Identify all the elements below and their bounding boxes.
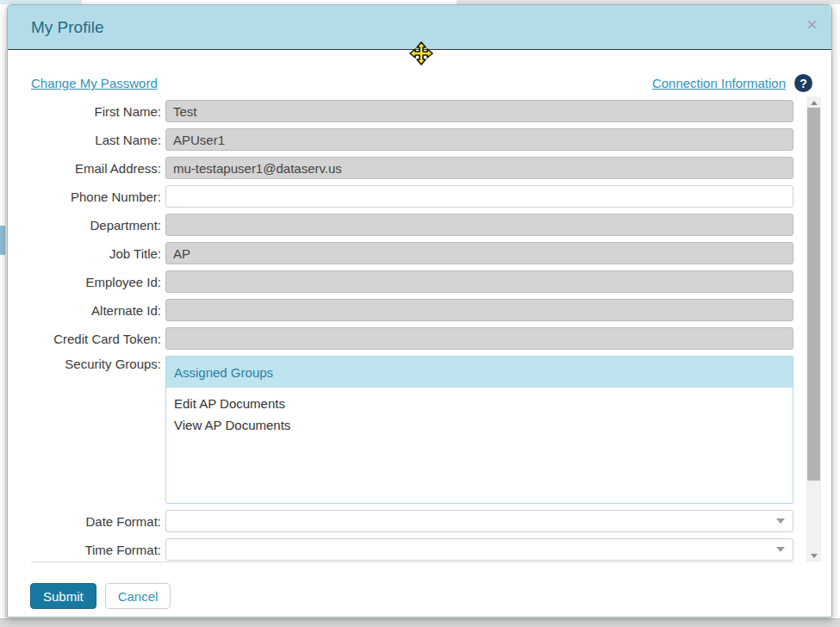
background-left-fragment xyxy=(0,226,5,255)
background-left-border xyxy=(5,49,6,618)
dialog-footer: Submit Cancel xyxy=(8,564,831,618)
dialog-header[interactable]: My Profile × xyxy=(8,5,831,50)
list-item[interactable]: Edit AP Documents xyxy=(166,393,793,414)
form-row-last-name: Last Name: xyxy=(31,128,793,151)
employee-id-input xyxy=(165,270,793,293)
last-name-label: Last Name: xyxy=(31,132,161,147)
department-label: Department: xyxy=(31,217,161,233)
job-title-input xyxy=(165,242,793,264)
scroll-up-arrow-icon[interactable] xyxy=(806,96,821,109)
time-format-select[interactable] xyxy=(165,538,793,561)
form-row-security-groups: Security Groups: Assigned Groups Edit AP… xyxy=(31,356,793,504)
help-icon[interactable]: ? xyxy=(794,74,812,92)
time-format-label: Time Format: xyxy=(31,542,161,557)
date-format-label: Date Format: xyxy=(31,513,161,529)
job-title-label: Job Title: xyxy=(31,245,161,261)
alternate-id-input xyxy=(165,299,793,321)
credit-card-token-input xyxy=(165,327,793,350)
form-row-job-title: Job Title: xyxy=(31,242,793,264)
department-input xyxy=(165,214,793,236)
phone-label: Phone Number: xyxy=(31,189,161,204)
submit-button[interactable]: Submit xyxy=(30,583,96,609)
email-input xyxy=(165,157,793,179)
links-right-group: Connection Information ? xyxy=(652,74,812,92)
chevron-down-icon xyxy=(776,547,785,552)
form-row-first-name: First Name: xyxy=(31,100,793,122)
chevron-down-icon xyxy=(776,518,785,524)
change-password-link[interactable]: Change My Password xyxy=(31,76,158,90)
form-row-email: Email Address: xyxy=(31,157,793,179)
form-row-alternate-id: Alternate Id: xyxy=(31,299,793,321)
email-label: Email Address: xyxy=(31,160,161,176)
credit-card-token-label: Credit Card Token: xyxy=(31,331,161,346)
form-row-department: Department: xyxy=(31,214,793,236)
form-row-date-format: Date Format: xyxy=(31,510,793,532)
profile-form: First Name: Last Name: Email Address: Ph… xyxy=(31,100,793,562)
form-scrollbar[interactable] xyxy=(806,96,821,562)
first-name-input xyxy=(165,100,793,122)
last-name-input xyxy=(165,128,793,151)
connection-information-link[interactable]: Connection Information xyxy=(652,76,786,90)
list-item[interactable]: View AP Documents xyxy=(166,414,793,436)
cancel-button[interactable]: Cancel xyxy=(105,583,171,609)
security-groups-listbox[interactable]: Assigned Groups Edit AP Documents View A… xyxy=(165,356,793,504)
phone-input[interactable] xyxy=(165,185,793,208)
first-name-label: First Name: xyxy=(31,103,161,119)
scrollbar-thumb[interactable] xyxy=(807,108,820,481)
dialog-body: Change My Password Connection Informatio… xyxy=(8,50,831,618)
form-row-time-format: Time Format: xyxy=(31,538,793,561)
assigned-groups-list: Edit AP Documents View AP Documents xyxy=(166,388,793,436)
form-row-employee-id: Employee Id: xyxy=(31,270,793,293)
form-row-phone: Phone Number: xyxy=(31,185,793,208)
close-icon[interactable]: × xyxy=(806,16,818,34)
my-profile-dialog: My Profile × Change My Password Connecti… xyxy=(7,4,832,618)
assigned-groups-header: Assigned Groups xyxy=(166,357,793,388)
date-format-select[interactable] xyxy=(165,510,793,532)
background-bottom-strip xyxy=(0,618,840,627)
alternate-id-label: Alternate Id: xyxy=(31,302,161,318)
scroll-down-arrow-icon[interactable] xyxy=(806,549,821,562)
security-groups-label: Security Groups: xyxy=(31,356,161,371)
dialog-title: My Profile xyxy=(31,18,103,37)
form-row-credit-card-token: Credit Card Token: xyxy=(31,327,793,350)
employee-id-label: Employee Id: xyxy=(31,274,161,289)
